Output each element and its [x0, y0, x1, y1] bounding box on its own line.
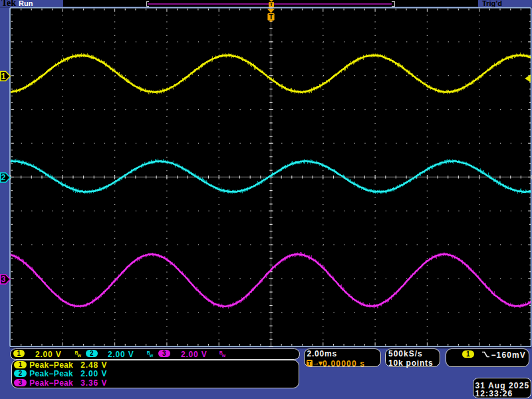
svg-text:T: T: [269, 13, 273, 21]
svg-text:1: 1: [1, 72, 6, 81]
svg-text:2: 2: [1, 173, 6, 182]
svg-text:3: 3: [1, 275, 6, 284]
